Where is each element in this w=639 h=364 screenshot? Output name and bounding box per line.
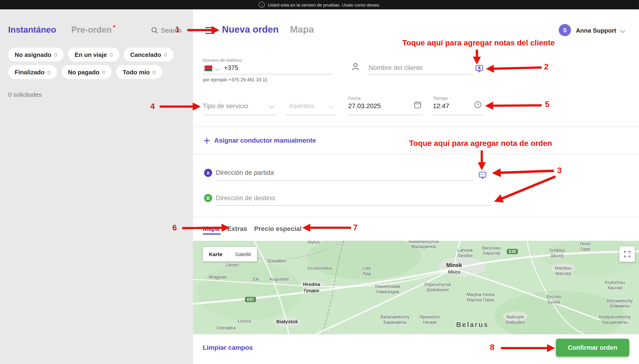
sidebar-tab-preorden-label: Pre-orden: [71, 25, 112, 34]
filter-chips: No asignado0 En un viaje0 Cancelado0 Fin…: [8, 48, 184, 79]
map-label: SchklouШклоў: [549, 247, 565, 259]
search-input[interactable]: Search: [151, 26, 181, 34]
map-type-controls: Karte Satellit: [203, 247, 257, 262]
chip-no-pagado[interactable]: No pagado0: [61, 65, 112, 79]
service-underline: [203, 115, 277, 115]
phone-hint: por ejemplo +375 29 491 19 11: [203, 77, 268, 82]
chip-label: Cancelado: [130, 51, 161, 58]
clear-fields-link[interactable]: Limpiar campos: [203, 344, 253, 351]
road-badge: E30: [507, 249, 518, 254]
phone-label: Número de teléfono: [203, 58, 242, 63]
map-label: MinskМінск: [446, 262, 462, 276]
belarus-flag-selector[interactable]: [204, 66, 212, 71]
sidebar-tab-preorden[interactable]: Pre-orden: [71, 25, 112, 34]
map-label: DsjarschynskДзяржынск: [424, 282, 451, 293]
chip-finalizado[interactable]: Finalizado0: [8, 65, 57, 79]
chevron-down-icon[interactable]: [620, 28, 625, 33]
main-panel: Nueva orden Mapa S Anna Support Número d…: [193, 9, 639, 364]
divider: [193, 126, 639, 127]
chip-count: 0: [110, 52, 113, 58]
road-badge: E67: [245, 297, 256, 302]
dropoff-address-input[interactable]: Dirección de destino: [216, 194, 275, 202]
seats-select[interactable]: Asientos: [289, 102, 314, 110]
tab-mapa-header[interactable]: Mapa: [290, 24, 314, 35]
time-label: Tiempo: [433, 96, 448, 100]
map-label: NjaswischНясвіж: [420, 314, 440, 325]
map-labels: AlytusMaladsetschnaМаладзечнаLahoiskЛаго…: [193, 241, 639, 334]
trial-banner-text: Usted esta en la version de pruebas. Usa…: [268, 2, 380, 7]
chip-no-asignado[interactable]: No asignado0: [8, 48, 64, 61]
map-button-karte[interactable]: Karte: [203, 247, 229, 262]
chevron-down-icon[interactable]: [328, 103, 333, 108]
tab-precio-especial[interactable]: Precio especial: [254, 225, 302, 232]
map-label: HrodnaГродна: [303, 282, 320, 294]
chip-en-un-viaje[interactable]: En un viaje0: [68, 48, 119, 61]
tab-extras[interactable]: Extras: [227, 225, 247, 232]
map-label: Alytus: [308, 241, 320, 245]
date-underline: [348, 115, 422, 115]
map-label: NawahradakНаваградак: [375, 283, 400, 295]
map-label: Elk: [253, 276, 259, 282]
flag-red-band: [205, 66, 212, 69]
dropoff-underline: [216, 205, 491, 206]
service-type-select[interactable]: Tipo de servicio: [203, 102, 248, 110]
order-note-icon[interactable]: [478, 171, 487, 180]
map-label: KrytschauКрычаў: [605, 280, 625, 291]
tab-nueva-orden[interactable]: Nueva orden: [222, 24, 279, 35]
app: i Usted esta en la version de pruebas. U…: [0, 0, 639, 364]
time-input[interactable]: 12:47: [433, 102, 449, 110]
pickup-underline: [216, 180, 473, 180]
search-placeholder: Search: [161, 26, 181, 34]
chevron-down-icon[interactable]: [215, 66, 220, 71]
divider: [193, 217, 639, 217]
sidebar-tab-instantaneo[interactable]: Instantáneo: [8, 25, 56, 34]
map-label: Augustów: [269, 276, 289, 282]
map-label: Lötzen: [226, 262, 239, 268]
map-label: Łomża: [238, 318, 251, 324]
map-label: Ostrołęka: [216, 325, 236, 331]
date-label: Fecha: [348, 96, 361, 100]
chip-cancelado[interactable]: Cancelado0: [124, 48, 173, 61]
avatar[interactable]: S: [559, 24, 571, 36]
chip-count: 0: [47, 69, 50, 75]
chip-count: 0: [102, 69, 105, 75]
map-label: Belarus: [456, 320, 489, 330]
chevron-down-icon[interactable]: [269, 103, 274, 108]
hamburger-menu-icon[interactable]: [205, 27, 215, 36]
tab-mapa[interactable]: Mapa: [203, 225, 219, 232]
assign-driver-link[interactable]: Asignar conductor manualmente: [214, 137, 316, 144]
pickup-marker-a: A: [204, 169, 212, 177]
notification-dot: [113, 25, 115, 27]
map-button-satellit[interactable]: Satellit: [229, 247, 257, 262]
chip-label: Finalizado: [15, 68, 45, 76]
map-label: BychauБыхаў: [546, 294, 561, 305]
chip-label: Todo mío: [123, 68, 150, 76]
map-label: BaranawitschyБаранавічы: [380, 314, 409, 325]
phone-prefix[interactable]: +375: [224, 64, 238, 72]
chip-count: 0: [153, 69, 156, 75]
phone-underline[interactable]: [203, 74, 333, 74]
date-input[interactable]: 27.03.2025: [348, 102, 381, 110]
confirm-order-button[interactable]: Confirmar orden: [556, 339, 629, 357]
map-label: LidaЛіда: [362, 265, 371, 276]
pickup-address-input[interactable]: Dirección de partida: [216, 169, 274, 176]
map-label: BaryssauБарысаў: [482, 245, 501, 256]
client-name-input[interactable]: Nombre del cliente: [368, 64, 423, 72]
clock-icon[interactable]: [474, 100, 482, 109]
map-label: Marjina HorkaМар'іна Горка: [467, 292, 494, 303]
divider: [193, 154, 639, 154]
chip-label: En un viaje: [75, 51, 107, 58]
client-note-icon[interactable]: [475, 64, 484, 73]
fullscreen-button[interactable]: [619, 246, 635, 262]
map-label: BabrujskБабруйск: [506, 314, 524, 325]
sidebar: Instantáneo Pre-orden Search No asignado…: [0, 9, 193, 364]
calendar-icon[interactable]: [413, 100, 422, 109]
user-name[interactable]: Anna Support: [576, 27, 616, 34]
client-name-underline[interactable]: [368, 74, 472, 74]
chip-todo-mio[interactable]: Todo mío0: [116, 65, 162, 79]
map-canvas[interactable]: AlytusMaladsetschnaМаладзечнаLahoiskЛаго…: [193, 241, 639, 334]
chip-label: No pagado: [68, 68, 99, 76]
map-label: Druskininkai: [308, 265, 332, 271]
info-icon: i: [259, 2, 265, 8]
plus-icon[interactable]: [203, 136, 211, 145]
